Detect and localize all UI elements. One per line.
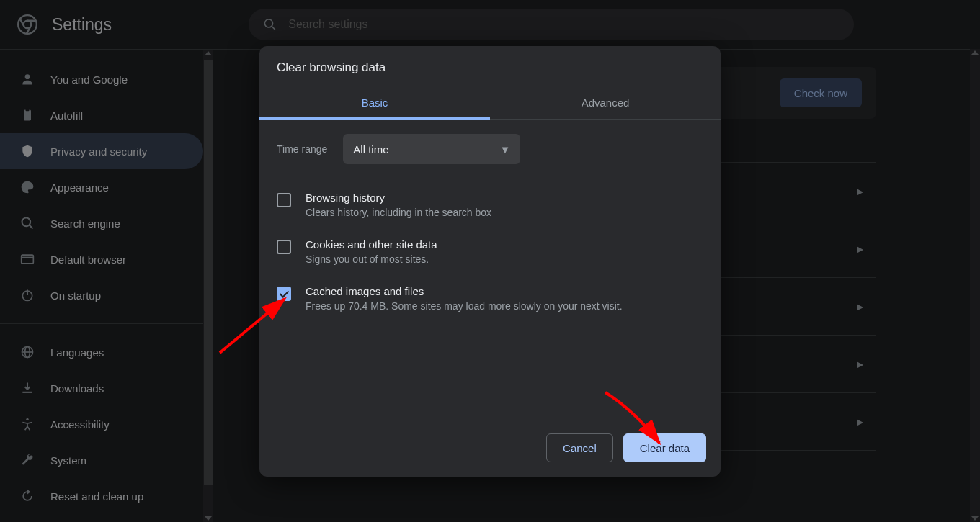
page-title: Settings xyxy=(52,15,112,35)
palette-icon xyxy=(20,180,35,194)
svg-rect-9 xyxy=(22,255,34,264)
option-cached[interactable]: Cached images and files Frees up 70.4 MB… xyxy=(277,275,703,322)
time-range-label: Time range xyxy=(277,143,327,155)
check-now-button[interactable]: Check now xyxy=(780,78,862,107)
tab-basic[interactable]: Basic xyxy=(259,88,490,120)
sidebar: You and Google Autofill Privacy and secu… xyxy=(0,49,213,522)
checkbox-cached[interactable] xyxy=(277,287,291,301)
sidebar-item-label: Default browser xyxy=(50,253,126,266)
option-browsing-history[interactable]: Browsing history Clears history, includi… xyxy=(277,181,703,228)
option-title: Browsing history xyxy=(306,192,491,204)
tab-advanced[interactable]: Advanced xyxy=(490,88,721,119)
time-range-select[interactable]: All time ▼ xyxy=(343,134,520,164)
svg-point-4 xyxy=(25,74,30,79)
sidebar-item-on-startup[interactable]: On startup xyxy=(0,277,203,313)
sidebar-item-autofill[interactable]: Autofill xyxy=(0,97,203,133)
sidebar-item-label: You and Google xyxy=(50,73,128,86)
sidebar-item-label: Appearance xyxy=(50,181,109,194)
browser-icon xyxy=(20,252,35,266)
app-header: Settings xyxy=(0,0,980,49)
option-desc: Signs you out of most sites. xyxy=(306,253,437,265)
chevron-right-icon: ▶ xyxy=(857,417,863,427)
dropdown-triangle-icon: ▼ xyxy=(499,143,510,156)
chevron-right-icon: ▶ xyxy=(857,302,863,312)
search-icon xyxy=(263,17,277,32)
shield-icon xyxy=(20,144,35,158)
option-title: Cookies and other site data xyxy=(306,238,437,251)
accessibility-icon xyxy=(20,417,35,431)
chevron-right-icon: ▶ xyxy=(857,359,863,369)
wrench-icon xyxy=(20,453,35,467)
download-icon xyxy=(20,381,35,395)
sidebar-item-system[interactable]: System xyxy=(0,442,203,478)
sidebar-item-search-engine[interactable]: Search engine xyxy=(0,205,203,241)
dialog-title: Clear browsing data xyxy=(259,46,721,88)
chrome-icon xyxy=(17,14,37,35)
search-input[interactable] xyxy=(288,18,839,31)
sidebar-item-languages[interactable]: Languages xyxy=(0,334,203,370)
search-icon xyxy=(20,216,35,230)
person-icon xyxy=(20,72,35,86)
main-scrollbar[interactable] xyxy=(970,49,980,522)
sidebar-item-label: Privacy and security xyxy=(50,145,147,158)
sidebar-item-reset[interactable]: Reset and clean up xyxy=(0,478,203,514)
cancel-button[interactable]: Cancel xyxy=(546,433,613,462)
option-desc: Frees up 70.4 MB. Some sites may load mo… xyxy=(306,300,623,312)
chevron-right-icon: ▶ xyxy=(857,186,863,197)
sidebar-item-label: Accessibility xyxy=(50,418,110,431)
dialog-tabs: Basic Advanced xyxy=(259,88,721,120)
sidebar-item-label: Autofill xyxy=(50,109,83,122)
sidebar-item-privacy-security[interactable]: Privacy and security xyxy=(0,133,203,169)
sidebar-item-you-and-google[interactable]: You and Google xyxy=(0,61,203,97)
sidebar-item-default-browser[interactable]: Default browser xyxy=(0,241,203,277)
checkbox-cookies[interactable] xyxy=(277,240,291,254)
checkbox-browsing-history[interactable] xyxy=(277,193,291,207)
clear-data-button[interactable]: Clear data xyxy=(623,433,706,462)
sidebar-item-downloads[interactable]: Downloads xyxy=(0,370,203,406)
svg-rect-5 xyxy=(24,110,31,121)
svg-line-3 xyxy=(272,26,275,30)
svg-point-2 xyxy=(265,19,273,27)
sidebar-item-label: On startup xyxy=(50,289,101,302)
sidebar-scrollbar[interactable] xyxy=(203,50,213,522)
sidebar-item-label: System xyxy=(50,454,86,467)
svg-line-8 xyxy=(30,225,33,229)
chevron-right-icon: ▶ xyxy=(857,244,863,254)
globe-icon xyxy=(20,345,35,359)
search-box[interactable] xyxy=(249,9,854,40)
option-title: Cached images and files xyxy=(306,285,623,297)
sidebar-item-appearance[interactable]: Appearance xyxy=(0,169,203,205)
clear-browsing-data-dialog: Clear browsing data Basic Advanced Time … xyxy=(259,46,721,477)
svg-point-7 xyxy=(22,218,31,227)
restore-icon xyxy=(20,489,35,503)
clipboard-icon xyxy=(20,108,35,122)
power-icon xyxy=(20,288,35,302)
sidebar-divider xyxy=(0,323,203,324)
sidebar-item-label: Reset and clean up xyxy=(50,490,143,503)
time-range-value: All time xyxy=(353,143,388,156)
option-desc: Clears history, including in the search … xyxy=(306,207,491,218)
sidebar-item-label: Downloads xyxy=(50,382,104,395)
sidebar-item-label: Languages xyxy=(50,346,104,359)
svg-rect-6 xyxy=(26,109,30,111)
option-cookies[interactable]: Cookies and other site data Signs you ou… xyxy=(277,228,703,275)
sidebar-item-label: Search engine xyxy=(50,217,120,230)
svg-point-17 xyxy=(26,418,28,420)
sidebar-item-accessibility[interactable]: Accessibility xyxy=(0,406,203,442)
